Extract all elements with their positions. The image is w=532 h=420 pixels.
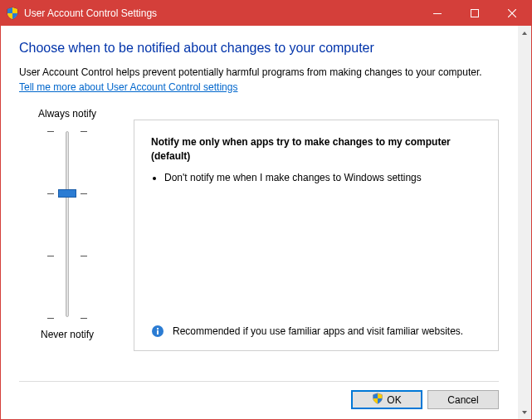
dialog-footer: OK Cancel <box>19 381 499 409</box>
notification-slider[interactable]: Always notify Never notify <box>19 108 115 376</box>
level-bullet: Don't notify me when I make changes to W… <box>164 171 485 185</box>
maximize-button[interactable] <box>456 1 493 26</box>
ok-button[interactable]: OK <box>351 390 422 409</box>
intro-text: User Account Control helps prevent poten… <box>19 66 499 80</box>
vertical-scrollbar[interactable] <box>517 26 531 419</box>
recommendation-text: Recommended if you use familiar apps and… <box>173 325 463 339</box>
ok-label: OK <box>387 394 401 406</box>
svg-rect-4 <box>157 328 159 330</box>
level-title: Notify me only when apps try to make cha… <box>151 135 485 164</box>
svg-rect-3 <box>157 330 159 335</box>
svg-rect-1 <box>471 10 478 17</box>
help-link[interactable]: Tell me more about User Account Control … <box>19 81 499 93</box>
uac-shield-icon <box>1 1 24 26</box>
info-icon <box>151 325 164 338</box>
window-title: User Account Control Settings <box>24 7 418 19</box>
svg-rect-0 <box>433 13 442 14</box>
content-area: Choose when to be notified about changes… <box>1 26 517 419</box>
page-heading: Choose when to be notified about changes… <box>19 41 499 56</box>
close-button[interactable] <box>493 1 531 26</box>
level-description-box: Notify me only when apps try to make cha… <box>134 120 499 351</box>
cancel-button[interactable]: Cancel <box>427 390 499 409</box>
scroll-up-icon[interactable] <box>518 26 531 40</box>
uac-shield-icon <box>372 393 383 407</box>
titlebar: User Account Control Settings <box>1 1 531 26</box>
slider-track[interactable] <box>41 125 94 324</box>
minimize-button[interactable] <box>418 1 456 26</box>
cancel-label: Cancel <box>447 394 478 406</box>
slider-label-top: Always notify <box>38 108 96 120</box>
slider-thumb[interactable] <box>58 189 76 198</box>
scroll-down-icon[interactable] <box>518 405 531 419</box>
slider-label-bottom: Never notify <box>41 329 94 340</box>
